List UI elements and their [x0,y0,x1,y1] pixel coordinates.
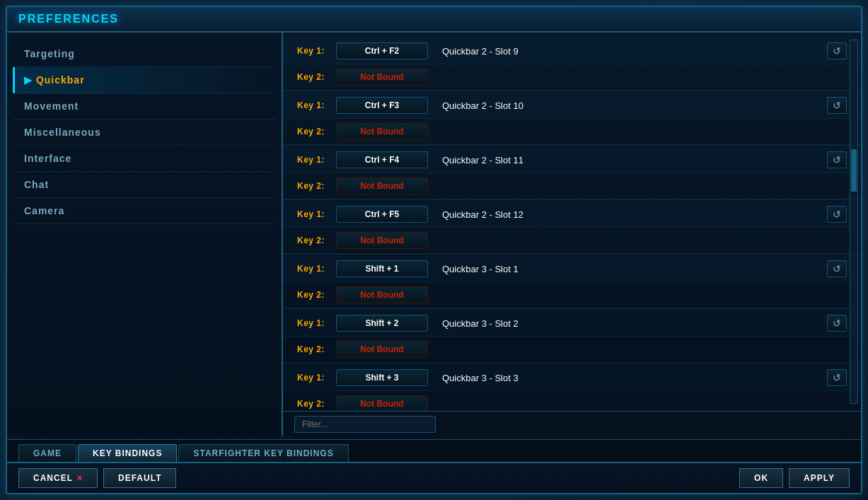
reset-button[interactable]: ↺ [827,151,847,168]
key2-label: Key 2: [297,290,336,300]
key1-button[interactable]: Ctrl + F2 [336,42,428,59]
sidebar-item-miscellaneous[interactable]: Miscellaneous [13,120,276,146]
main-content: Key 1:Ctrl + F2Quickbar 2 - Slot 9↺Key 2… [283,33,861,436]
key2-button[interactable]: Not Bound [336,286,428,303]
key2-row: Key 2:Not Bound [283,391,861,411]
binding-action-name: Quickbar 3 - Slot 3 [428,373,827,383]
tab-starfighter[interactable]: STARFIGHTER KEY BINDINGS [178,444,348,462]
binding-action-name: Quickbar 3 - Slot 2 [428,318,827,329]
title-bar: PREFERENCES [7,7,861,33]
key1-label: Key 1: [297,46,336,56]
key1-label: Key 1: [297,100,336,110]
key1-button[interactable]: Shift + 3 [336,369,428,386]
key2-label: Key 2: [297,399,336,409]
action-bar: CANCEL × DEFAULT OK APPLY [7,462,861,493]
key2-row: Key 2:Not Bound [283,337,861,363]
binding-action-name: Quickbar 2 - Slot 12 [428,209,827,220]
binding-action-name: Quickbar 2 - Slot 11 [428,155,827,165]
key1-row: Key 1:Ctrl + F2Quickbar 2 - Slot 9↺ [283,38,861,64]
key2-row: Key 2:Not Bound [283,119,861,145]
key2-row: Key 2:Not Bound [283,228,861,254]
reset-button[interactable]: ↺ [827,315,847,332]
scrollbar-thumb[interactable] [851,149,857,192]
key1-row: Key 1:Ctrl + F4Quickbar 2 - Slot 11↺ [283,147,861,173]
reset-button[interactable]: ↺ [827,97,847,114]
key1-label: Key 1: [297,373,336,383]
key2-label: Key 2: [297,344,336,354]
key1-label: Key 1: [297,318,336,328]
key2-label: Key 2: [297,127,336,136]
key2-button[interactable]: Not Bound [336,69,428,86]
key1-button[interactable]: Ctrl + F5 [336,206,428,223]
key2-row: Key 2:Not Bound [283,282,861,308]
key1-button[interactable]: Ctrl + F3 [336,97,428,114]
binding-action-name: Quickbar 3 - Slot 1 [428,264,827,274]
key1-button[interactable]: Shift + 1 [336,260,428,277]
reset-button[interactable]: ↺ [827,42,847,59]
key1-button[interactable]: Shift + 2 [336,315,428,332]
tab-game[interactable]: GAME [18,444,76,462]
reset-button[interactable]: ↺ [827,369,847,386]
window-title: PREFERENCES [18,13,119,25]
key2-label: Key 2: [297,72,336,82]
cancel-x-icon: × [77,473,83,483]
bottom-filter-bar [283,411,861,436]
preferences-window: PREFERENCES Targeting Quickbar Movement … [6,6,862,494]
key2-button[interactable]: Not Bound [336,123,428,140]
content-area: Targeting Quickbar Movement Miscellaneou… [7,33,861,436]
sidebar-item-targeting[interactable]: Targeting [13,41,276,67]
binding-action-name: Quickbar 2 - Slot 10 [428,100,827,111]
sidebar-item-chat[interactable]: Chat [13,172,276,198]
key2-label: Key 2: [297,181,336,191]
sidebar: Targeting Quickbar Movement Miscellaneou… [7,33,283,436]
binding-entry: Key 1:Ctrl + F4Quickbar 2 - Slot 11↺Key … [283,147,861,200]
key2-label: Key 2: [297,236,336,245]
binding-entry: Key 1:Shift + 3Quickbar 3 - Slot 3↺Key 2… [283,365,861,411]
reset-button[interactable]: ↺ [827,206,847,223]
sidebar-item-camera[interactable]: Camera [13,198,276,224]
key2-row: Key 2:Not Bound [283,64,861,91]
key2-row: Key 2:Not Bound [283,173,861,199]
binding-entry: Key 1:Ctrl + F3Quickbar 2 - Slot 10↺Key … [283,93,861,146]
key1-row: Key 1:Shift + 1Quickbar 3 - Slot 1↺ [283,256,861,282]
binding-entry: Key 1:Shift + 1Quickbar 3 - Slot 1↺Key 2… [283,256,861,309]
key2-button[interactable]: Not Bound [336,178,428,194]
key1-row: Key 1:Ctrl + F5Quickbar 2 - Slot 12↺ [283,202,861,228]
key2-button[interactable]: Not Bound [336,341,428,358]
binding-entry: Key 1:Ctrl + F2Quickbar 2 - Slot 9↺Key 2… [283,38,861,91]
key2-button[interactable]: Not Bound [336,395,428,411]
binding-entry: Key 1:Ctrl + F5Quickbar 2 - Slot 12↺Key … [283,202,861,255]
binding-action-name: Quickbar 2 - Slot 9 [428,46,827,57]
reset-button[interactable]: ↺ [827,260,847,277]
bindings-scroll-area: Key 1:Ctrl + F2Quickbar 2 - Slot 9↺Key 2… [283,33,861,411]
key1-row: Key 1:Shift + 3Quickbar 3 - Slot 3↺ [283,365,861,391]
sidebar-item-quickbar[interactable]: Quickbar [13,67,276,93]
search-input[interactable] [294,416,436,433]
binding-entry: Key 1:Shift + 2Quickbar 3 - Slot 2↺Key 2… [283,310,861,364]
key1-row: Key 1:Ctrl + F3Quickbar 2 - Slot 10↺ [283,93,861,119]
key1-label: Key 1: [297,209,336,219]
default-button[interactable]: DEFAULT [103,468,176,488]
tab-key-bindings[interactable]: KEY BINDINGS [78,444,177,462]
apply-button[interactable]: APPLY [789,468,850,488]
sidebar-item-interface[interactable]: Interface [13,146,276,172]
key1-label: Key 1: [297,264,336,274]
bindings-container: Key 1:Ctrl + F2Quickbar 2 - Slot 9↺Key 2… [283,38,861,411]
cancel-button[interactable]: CANCEL × [18,468,98,488]
key2-button[interactable]: Not Bound [336,232,428,249]
key1-label: Key 1: [297,155,336,165]
key1-row: Key 1:Shift + 2Quickbar 3 - Slot 2↺ [283,310,861,337]
tab-bar: GAME KEY BINDINGS STARFIGHTER KEY BINDIN… [7,439,861,462]
sidebar-item-movement[interactable]: Movement [13,93,276,120]
ok-button[interactable]: OK [739,468,783,488]
scrollbar-track[interactable] [850,40,858,404]
key1-button[interactable]: Ctrl + F4 [336,151,428,168]
